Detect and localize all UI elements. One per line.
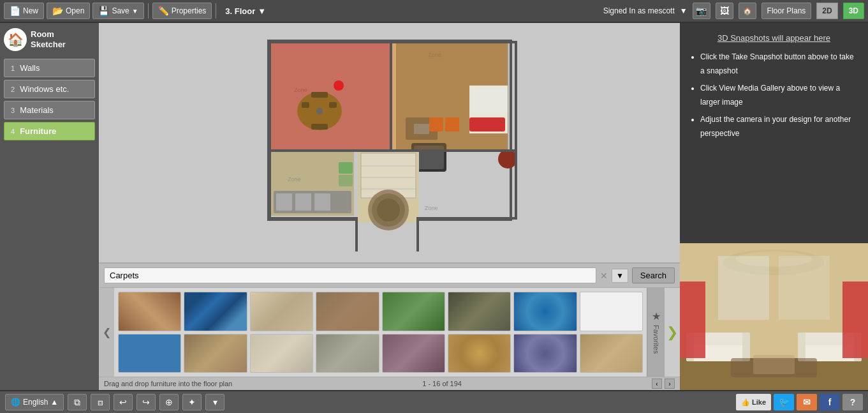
divider-1 [148,3,149,19]
furniture-item-2[interactable] [184,292,247,331]
furniture-item-7[interactable] [513,292,577,331]
panel-left-button[interactable]: ‹ [652,379,662,389]
furniture-item-5[interactable] [382,292,445,331]
room-svg [680,243,868,390]
svg-text:Zone: Zone [288,176,301,183]
svg-rect-6 [302,102,309,108]
paste-button[interactable]: ⧈ [91,394,110,410]
twitter-icon: 🐦 [779,397,790,407]
svg-rect-8 [311,92,328,98]
right-info: Signed In as mescott ▼ 📷 🖼 🏠 Floor Plans… [603,3,864,19]
search-input[interactable] [104,267,596,283]
furniture-item-4[interactable] [316,292,379,331]
save-button[interactable]: 💾 Save ▼ [92,3,143,19]
panel-nav-arrows: ‹ › [652,379,675,389]
svg-rect-60 [742,333,750,361]
floor-plan-svg: Zone Zone [256,34,524,252]
svg-rect-65 [680,282,705,358]
sidebar-item-furniture[interactable]: 4 Furniture [4,122,95,140]
more-button[interactable]: ▾ [205,394,224,410]
properties-icon: ✏️ [158,6,169,16]
svg-rect-7 [329,102,337,108]
view-2d-button[interactable]: 2D [816,3,837,19]
help-button[interactable]: ? [842,394,863,410]
panel-right-button[interactable]: › [665,379,675,389]
facebook-icon: f [828,397,832,407]
svg-rect-49 [390,43,392,152]
view-button[interactable]: ⊕ [159,394,179,410]
furniture-item-10[interactable] [184,334,247,373]
svg-rect-35 [295,193,311,211]
email-button[interactable]: ✉ [797,394,817,410]
svg-rect-50 [268,149,392,152]
camera-button[interactable]: 📷 [693,3,710,19]
svg-rect-37 [339,162,353,174]
open-button[interactable]: 📂 Open [47,3,90,19]
furniture-item-16[interactable] [580,334,643,373]
furniture-item-15[interactable] [513,334,577,373]
svg-rect-20 [469,117,505,131]
properties-button[interactable]: ✏️ Properties [152,3,212,19]
furniture-grid-container: ❮ ★ Favorites ❯ [99,288,680,377]
twitter-button[interactable]: 🐦 [774,394,794,410]
svg-rect-38 [339,175,353,186]
furniture-item-8[interactable] [580,292,643,331]
redo-button[interactable]: ↪ [136,394,156,410]
svg-point-10 [334,80,344,91]
thumbs-up-icon: 👍 [741,398,750,407]
search-clear-button[interactable]: ✕ [600,271,608,281]
svg-rect-66 [842,282,868,358]
gallery-button[interactable]: 🖼 [716,3,733,19]
svg-rect-9 [311,124,328,130]
favorites-tab[interactable]: ★ Favorites [647,288,665,377]
floor-label[interactable]: 3. Floor ▼ [225,6,266,16]
furniture-item-1[interactable] [118,292,181,331]
new-button[interactable]: 📄 New [4,3,44,19]
furniture-grid [114,288,647,377]
language-button[interactable]: 🌐 English ▲ [5,394,64,410]
logo-text: Room Sketcher [31,29,66,49]
sidebar-item-windows[interactable]: 2 Windows etc. [4,80,95,98]
snapshot-area: 3D Snapshots will appear here Click the … [680,23,868,243]
floor-plan-canvas[interactable]: Zone Zone [99,23,680,262]
social-section: 👍 Like 🐦 ✉ f ? [736,394,863,410]
right-panel: 3D Snapshots will appear here Click the … [680,23,868,390]
duplicate-button[interactable]: ⧉ [68,394,87,410]
svg-rect-47 [416,217,419,252]
media-button[interactable]: 🏠 [739,3,756,19]
svg-rect-22 [445,117,459,131]
snapshot-instructions: Click the Take Snapshot button above to … [700,50,858,141]
svg-rect-45 [419,217,517,220]
action-bar: 🌐 English ▲ ⧉ ⧈ ↩ ↪ ⊕ ✦ ▾ 👍 Like 🐦 ✉ f ? [0,390,868,413]
furniture-item-9[interactable] [118,334,181,373]
furniture-item-13[interactable] [382,334,445,373]
undo-button[interactable]: ↩ [114,394,133,410]
room-preview-image [680,243,868,390]
email-icon: ✉ [803,397,811,407]
left-sidebar: 🏠 Room Sketcher 1 Walls 2 Windows etc. 3… [0,23,99,390]
floor-plans-button[interactable]: Floor Plans [761,3,812,19]
furniture-item-14[interactable] [448,334,511,373]
flag-icon: 🌐 [11,398,20,407]
furniture-item-3[interactable] [250,292,313,331]
svg-rect-42 [268,41,517,43]
furniture-item-6[interactable] [448,292,511,331]
facebook-button[interactable]: f [820,394,840,410]
search-dropdown-button[interactable]: ▼ [612,269,628,283]
svg-rect-69 [779,256,830,320]
sidebar-item-walls[interactable]: 1 Walls [4,59,95,77]
svg-point-31 [377,199,400,222]
svg-rect-70 [731,358,817,377]
nav-left-button[interactable]: ❮ [99,288,114,377]
furniture-item-11[interactable] [250,334,313,373]
furniture-item-12[interactable] [316,334,379,373]
view-3d-button[interactable]: 3D [843,3,864,19]
logo-icon: 🏠 [4,28,27,51]
search-button[interactable]: Search [632,267,675,283]
like-button[interactable]: 👍 Like [736,394,771,410]
svg-rect-36 [314,193,330,211]
puzzle-button[interactable]: ✦ [182,394,202,410]
nav-right-button[interactable]: ❯ [665,288,680,377]
svg-rect-41 [268,41,271,220]
sidebar-item-materials[interactable]: 3 Materials [4,101,95,119]
